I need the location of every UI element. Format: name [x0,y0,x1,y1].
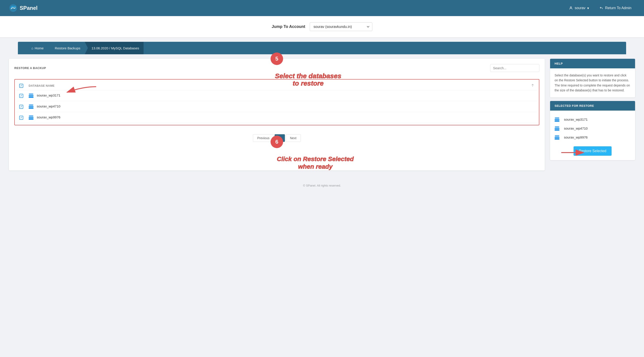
logo: SPanel [9,4,38,12]
db-checkbox-2[interactable] [19,105,23,109]
db-checkbox-1[interactable] [19,94,23,98]
step-6-bubble: 6 [270,136,283,148]
footer: © SPanel. All rights reserved. [0,179,644,192]
restore-card-body: sourav_wp3171 sourav_wp4710 sourav_wp997… [550,111,635,160]
user-icon [569,6,573,10]
db-name-2: sourav_wp4710 [37,104,60,108]
user-chevron: ▾ [587,6,589,10]
next-button[interactable]: Next [286,134,301,142]
db-row-2[interactable]: sourav_wp4710 [16,101,537,112]
select-all-checkbox[interactable] [19,84,23,88]
restore-panel-title: RESTORE A BACKUP [14,66,46,70]
db-name-3: sourav_wp9976 [37,115,60,119]
db-icon-2 [28,104,34,109]
help-card: HELP Select the database(s) you want to … [550,59,635,97]
svg-point-1 [570,7,572,8]
right-panel: HELP Select the database(s) you want to … [550,59,635,170]
restore-card-header: SELECTED FOR RESTORE [550,101,635,111]
db-checkbox-3[interactable] [19,116,23,120]
db-icon-1 [28,93,34,98]
breadcrumb: ⌂ Home Restore Backups 13.06.2020 / MySQ… [9,42,635,54]
db-row-3[interactable]: sourav_wp9976 [16,112,537,123]
left-panel: RESTORE A BACKUP 5 Select the databases … [9,59,545,170]
return-icon [599,6,603,10]
user-menu[interactable]: sourav ▾ [569,6,589,10]
search-input[interactable] [493,66,536,70]
arrow-to-restore-btn [561,148,588,157]
db-name-1: sourav_wp3171 [37,93,60,97]
user-name: sourav [575,6,586,10]
breadcrumb-home[interactable]: ⌂ Home [27,42,48,54]
annotation-click: Click on Restore Selected when ready [14,155,539,157]
selected-item-3: sourav_wp9976 [554,133,630,142]
jump-to-account-select[interactable]: sourav (souravkundu.in) [310,22,372,31]
breadcrumb-restore-backups[interactable]: Restore Backups [48,42,85,54]
header: SPanel sourav ▾ Return To Admin [0,0,644,16]
selected-db-icon-1 [554,117,560,122]
selected-db-icon-2 [554,126,560,131]
db-icon-3 [28,115,34,120]
annotation-select: Select the databases to restore [76,72,540,87]
restore-action-row: Restore Selected [554,146,630,156]
footer-text: © SPanel. All rights reserved. [303,184,341,187]
selected-item-2: sourav_wp4710 [554,124,630,133]
selected-list: sourav_wp3171 sourav_wp4710 sourav_wp997… [554,115,630,142]
restore-card: SELECTED FOR RESTORE sourav_wp3171 soura… [550,101,635,160]
logo-icon [9,4,18,12]
logo-text: SPanel [20,5,38,11]
help-header: HELP [550,59,635,68]
selected-item-1: sourav_wp3171 [554,115,630,124]
search-bar[interactable] [490,64,539,72]
breadcrumb-current: 13.06.2020 / MySQL Databases [85,42,144,54]
jump-label: Jump To Account [272,24,305,29]
help-body: Select the database(s) you want to resto… [550,68,635,97]
main-content: RESTORE A BACKUP 5 Select the databases … [9,54,635,170]
step-5-bubble: 5 [270,52,283,65]
return-admin-label: Return To Admin [605,6,632,10]
header-right: sourav ▾ Return To Admin [569,4,635,12]
return-admin-button[interactable]: Return To Admin [596,4,635,12]
home-icon: ⌂ [31,46,33,50]
jump-to-account-bar: Jump To Account sourav (souravkundu.in) [0,16,644,37]
selected-db-icon-3 [554,135,560,140]
